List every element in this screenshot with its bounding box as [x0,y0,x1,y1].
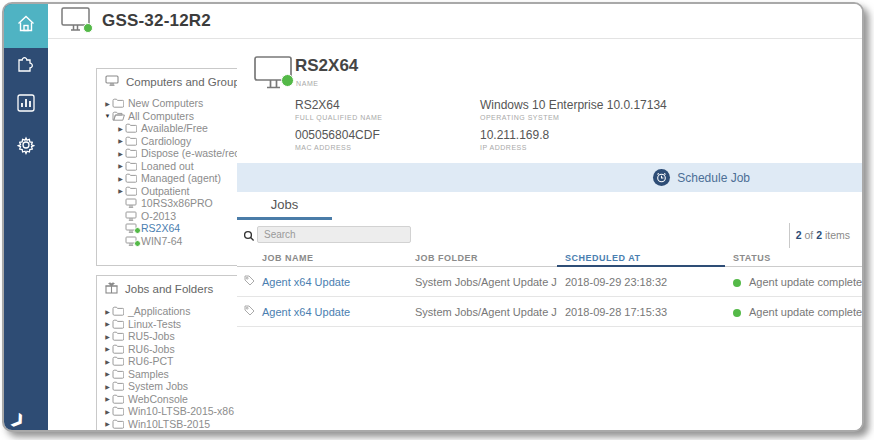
tag-icon [244,275,255,288]
cell-status: Agent update complete. [725,306,862,318]
field-label: IP ADDRESS [480,144,549,151]
tag-icon [244,305,255,318]
tree-item-change-agent-settings-symantec-clien[interactable]: Change Agent Settings - Symantec Clien [97,430,283,432]
count-current: 2 [796,229,802,241]
expand-arrow-icon[interactable]: ▶ [103,333,112,340]
status-text: Agent update complete. [749,306,862,318]
app-window: ❯ GSS-32-12R2 Computers and Groups [2,2,864,432]
expand-arrow-icon[interactable]: ▶ [103,100,112,107]
expand-arrow-icon[interactable]: ▶ [103,358,112,365]
tab-jobs[interactable]: Jobs [237,192,332,220]
sidebar-item-reports[interactable] [4,92,48,118]
table-row: Agent x64 UpdateSystem Jobs/Agent Update… [237,267,862,297]
schedule-job-button[interactable]: Schedule Job [653,169,750,186]
expand-arrow-icon[interactable]: ▶ [103,370,112,377]
tag-icon [125,431,139,432]
online-status-dot [83,23,93,33]
expand-arrow-icon[interactable]: ▶ [103,383,112,390]
tree-item-label: Loaned out [139,160,194,172]
item-count: 2 of 2 items [796,229,850,241]
tree-item-label: RU5-Jobs [126,330,175,342]
page-title: GSS-32-12R2 [102,11,211,31]
tree-item-label: Win10LTSB-2015 [126,418,210,430]
count-of: of [804,229,813,241]
expand-arrow-icon[interactable]: ▶ [103,395,112,402]
status-text: Agent update complete. [749,276,862,288]
puzzle-icon [15,52,37,78]
folder-icon [112,381,126,391]
folder-icon [125,173,139,183]
tree-item-label: All Computers [126,110,194,122]
alarm-clock-icon [653,169,670,186]
expand-arrow-icon[interactable]: ▶ [116,187,125,194]
job-name-link[interactable]: Agent x64 Update [262,306,350,318]
field-label: FULL QUALIFIED NAME [295,114,382,121]
tree-item-label: _Applications [126,305,190,317]
sidebar-item-modules[interactable] [4,52,48,78]
column-header-scheduled-at[interactable]: SCHEDULED AT [557,253,725,263]
computer-online-icon [60,6,92,36]
tree-item-label: 10RS3x86PRO [139,197,213,209]
expand-arrow-icon[interactable]: ▶ [103,320,112,327]
table-row: Agent x64 UpdateSystem Jobs/Agent Update… [237,297,862,327]
tree-item-label: RU6-Jobs [126,343,175,355]
tree-item-label: RS2X64 [139,222,180,234]
jobs-table-body: Agent x64 UpdateSystem Jobs/Agent Update… [237,267,862,327]
computer-icon [125,198,139,208]
folder-icon [125,136,139,146]
status-ok-dot [733,279,741,287]
expand-arrow-icon[interactable]: ▶ [116,162,125,169]
folder-icon [112,331,126,341]
device-name-label: NAME [296,80,319,87]
schedule-bar: Schedule Job [237,163,862,192]
cell-scheduled-at: 2018-09-29 23:18:32 [557,276,725,288]
header: GSS-32-12R2 [48,4,862,39]
tree-item-label: WebConsole [126,393,188,405]
bar-chart-icon [15,92,37,118]
cell-status: Agent update complete. [725,276,862,288]
column-header-job-folder[interactable]: JOB FOLDER [407,253,557,263]
tree-item-label: RU6-PCT [126,355,174,367]
collapse-arrow-icon[interactable]: ▼ [103,113,112,119]
field-value: Windows 10 Enterprise 10.0.17134 [480,98,667,112]
expand-arrow-icon[interactable]: ▶ [103,408,112,415]
tree-item-label: Outpatient [139,185,189,197]
expand-arrow-icon[interactable]: ▶ [103,308,112,315]
column-header-status[interactable]: STATUS [725,253,862,263]
jobs-table-header: JOB NAME JOB FOLDER SCHEDULED AT STATUS [237,249,862,267]
online-status-dot [281,74,294,87]
expand-arrow-icon[interactable]: ▶ [116,175,125,182]
tree-item-label: Win10-LTSB-2015-x86 [126,405,234,417]
cell-job-folder: System Jobs/Agent Update Jobs [407,306,557,318]
field-full-qualified-name: RS2X64 FULL QUALIFIED NAME [295,98,382,121]
tree-item-label: O-2013 [139,210,176,222]
expand-arrow-icon[interactable]: ▶ [103,420,112,427]
screenshot-canvas: ❯ GSS-32-12R2 Computers and Groups [0,0,874,440]
sidebar-item-settings[interactable] [4,134,48,160]
expand-arrow-icon[interactable]: ▶ [116,137,125,144]
cell-scheduled-at: 2018-09-28 17:15:33 [557,306,725,318]
jobs-toolbar: 2 of 2 items [237,223,862,249]
expand-arrow-icon[interactable]: ▶ [103,345,112,352]
tree-item-label: Managed (agent) [139,172,221,184]
search-input[interactable] [257,226,411,243]
tree-item-label: Samples [126,368,169,380]
sidebar-item-home[interactable] [4,4,48,48]
jobs-box-icon [105,282,118,296]
expand-arrow-icon[interactable]: ▶ [116,125,125,132]
folder-icon [112,306,126,316]
folder-icon [125,186,139,196]
computer-icon [105,75,119,88]
tree-item-label: WIN7-64 [139,235,182,247]
column-header-job-name[interactable]: JOB NAME [237,253,407,263]
expand-arrow-icon[interactable]: ▶ [116,150,125,157]
device-name: RS2X64 [295,56,358,76]
field-operating-system: Windows 10 Enterprise 10.0.17134 OPERATI… [480,98,667,121]
computer-icon [125,211,139,221]
job-name-link[interactable]: Agent x64 Update [262,276,350,288]
status-ok-dot [733,309,741,317]
tree-item-label: Linux-Tests [126,318,181,330]
search-icon [243,228,255,246]
cell-job-name: Agent x64 Update [237,275,407,288]
sidebar-expand-button[interactable]: ❯ [9,410,28,430]
